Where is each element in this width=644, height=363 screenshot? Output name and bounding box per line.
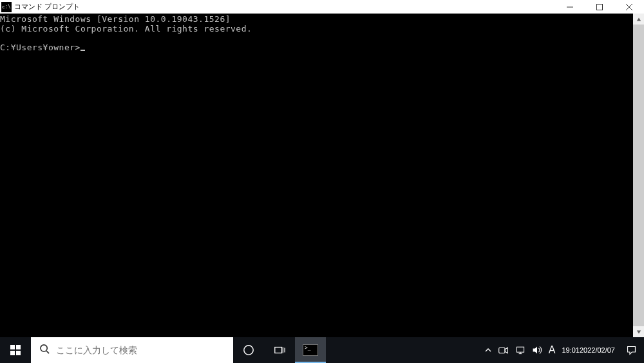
taskbar-app-cmd[interactable] xyxy=(295,337,326,363)
console-prompt: C:¥Users¥owner> xyxy=(0,43,80,52)
svg-rect-1 xyxy=(597,4,603,10)
system-tray: A 19:01 2022/02/07 xyxy=(482,337,644,363)
console-line-copyright: (c) Microsoft Corporation. All rights re… xyxy=(0,24,252,34)
cmd-app-icon xyxy=(1,2,12,12)
clock-date: 2022/02/07 xyxy=(580,346,615,355)
clock-time: 19:01 xyxy=(562,346,580,355)
tray-overflow-button[interactable] xyxy=(482,337,495,363)
cmd-taskbar-icon xyxy=(303,344,318,356)
svg-rect-8 xyxy=(10,351,15,355)
search-input[interactable] xyxy=(56,345,233,355)
network-icon[interactable] xyxy=(512,337,529,363)
close-button[interactable] xyxy=(614,0,644,14)
action-center-button[interactable] xyxy=(618,337,644,363)
svg-rect-6 xyxy=(10,345,15,349)
taskbar: A 19:01 2022/02/07 xyxy=(0,337,644,363)
vertical-scrollbar[interactable] xyxy=(633,14,644,337)
svg-marker-21 xyxy=(533,346,536,353)
scroll-down-button[interactable] xyxy=(633,326,644,337)
titlebar[interactable]: コマンド プロンプト xyxy=(0,0,644,14)
search-icon xyxy=(40,344,50,357)
task-view-button[interactable] xyxy=(264,337,295,363)
svg-rect-7 xyxy=(16,345,21,349)
scroll-thumb[interactable] xyxy=(633,25,644,326)
command-prompt-window: コマンド プロンプト Microsoft Windows [Version 10… xyxy=(0,0,644,337)
console-line-version: Microsoft Windows [Version 10.0.19043.15… xyxy=(0,14,231,24)
svg-marker-5 xyxy=(636,330,640,333)
svg-marker-17 xyxy=(505,348,507,353)
svg-point-12 xyxy=(244,346,253,355)
minimize-button[interactable] xyxy=(555,0,585,14)
volume-icon[interactable] xyxy=(529,337,545,363)
maximize-button[interactable] xyxy=(585,0,614,14)
cursor xyxy=(80,50,85,51)
terminal-output[interactable]: Microsoft Windows [Version 10.0.19043.15… xyxy=(0,14,633,337)
svg-rect-18 xyxy=(516,347,524,352)
scroll-up-button[interactable] xyxy=(633,14,644,25)
cortana-button[interactable] xyxy=(233,337,264,363)
svg-line-11 xyxy=(46,351,49,353)
start-button[interactable] xyxy=(0,337,31,363)
svg-point-10 xyxy=(41,344,47,351)
svg-rect-16 xyxy=(498,348,504,353)
ime-indicator[interactable]: A xyxy=(545,337,559,363)
taskbar-clock[interactable]: 19:01 2022/02/07 xyxy=(558,337,618,363)
meet-now-icon[interactable] xyxy=(495,337,512,363)
taskbar-search[interactable] xyxy=(31,337,233,363)
window-title: コマンド プロンプト xyxy=(14,2,80,12)
svg-marker-4 xyxy=(636,17,640,21)
svg-rect-9 xyxy=(16,351,21,355)
svg-rect-13 xyxy=(275,348,282,353)
